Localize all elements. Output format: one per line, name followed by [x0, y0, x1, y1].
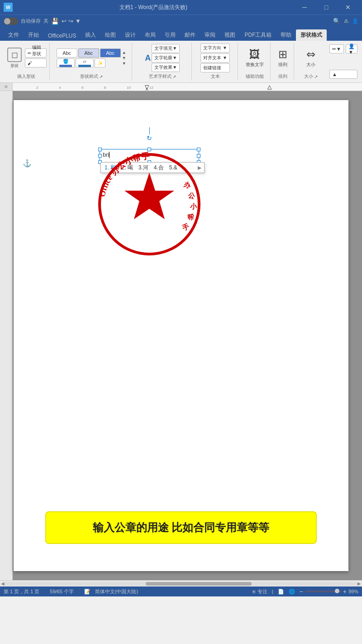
vertical-ruler	[0, 91, 13, 580]
swatch-1[interactable]: Abc	[57, 48, 77, 58]
text-effect-btn[interactable]: 文字效果▼	[152, 63, 180, 72]
tab-design[interactable]: 设计	[120, 29, 140, 41]
outline-color-bar	[78, 65, 91, 67]
shape-outline-icon: ▱	[83, 59, 86, 64]
stamp: Office 办公小帮手 办 公 小 帮 手	[95, 150, 204, 259]
svg-text:小: 小	[190, 203, 197, 210]
text-align-btn[interactable]: 对齐文本 ▼	[200, 53, 230, 62]
view-web-btn[interactable]: 🌐	[289, 589, 295, 595]
fill-button[interactable]: 🖌	[25, 58, 47, 67]
shape-outline-btn[interactable]: ▱	[76, 58, 94, 67]
swatch-expand-button[interactable]: ▼	[122, 61, 126, 66]
text-outline-btn[interactable]: 文字轮廓▼	[152, 53, 180, 62]
alt-text-icon: 🖼	[249, 48, 260, 61]
undo-redo-group: ↩ ↪ ▼	[62, 18, 81, 24]
tab-view[interactable]: 视图	[220, 29, 240, 41]
title-bar-center: 文档1 - Word(产品激活失败)	[13, 4, 294, 11]
zoom-slider[interactable]	[305, 591, 341, 592]
ruler-right-indent[interactable]: △	[267, 84, 272, 90]
tab-mailings[interactable]: 邮件	[180, 29, 200, 41]
edit-shape-button[interactable]: ✏编辑形状 ▼	[25, 48, 47, 58]
close-button[interactable]: ✕	[338, 0, 358, 14]
tab-layout[interactable]: 布局	[140, 29, 160, 41]
shape-insert-button[interactable]: ◻ 形状	[5, 47, 24, 70]
redo-button[interactable]: ↪	[68, 18, 73, 24]
swatch-down-button[interactable]: ▼	[122, 56, 126, 60]
ribbon-tabs: 文件 开始 OfficePLUS 插入 绘图 设计 布局 引用 邮件 审阅 视图…	[0, 27, 362, 41]
minimize-button[interactable]: ─	[294, 0, 315, 14]
tab-file[interactable]: 文件	[4, 29, 24, 41]
h-scroll-track[interactable]	[5, 582, 357, 586]
tab-help[interactable]: 帮助	[276, 29, 296, 41]
tab-officeplus[interactable]: OfficePLUS	[43, 31, 81, 41]
ribbon-user-btn[interactable]: 👤▼	[346, 44, 357, 53]
stamp-container[interactable]: ↻ bri 1. 和	[95, 136, 204, 259]
rotate-handle[interactable]: ↻	[147, 127, 152, 142]
page[interactable]: ⚓ ↻ bri	[14, 100, 348, 571]
group-art-style-label: 艺术字样式 ↗	[149, 73, 176, 80]
alt-text-button[interactable]: 🖼 替换文字	[243, 47, 267, 69]
create-link-btn[interactable]: 创建链接	[200, 63, 230, 72]
tab-shape-format[interactable]: 形状格式	[296, 29, 327, 41]
doc-title: 文档1 - Word(产品激活失败)	[119, 4, 187, 10]
account-icon[interactable]: 👤	[352, 18, 358, 24]
text-fill-btn[interactable]: 文字填充▼	[152, 44, 180, 53]
ruler-mark-4: 4	[59, 86, 61, 90]
group-insert-shape-items: ◻ 形状 ✏编辑形状 ▼ 🖌	[5, 43, 47, 72]
view-print-btn[interactable]: 📄	[278, 589, 284, 595]
ribbon-pen-btn[interactable]: ✏▼	[329, 44, 344, 53]
tab-home[interactable]: 开始	[24, 29, 43, 41]
page-info: 第 1 页，共 1 页	[4, 588, 39, 595]
group-size: ⇔ 大小 大小 ↗	[295, 43, 327, 81]
zoom-level[interactable]: 99%	[348, 589, 358, 594]
tab-draw[interactable]: 绘图	[100, 29, 120, 41]
scroll-left-btn[interactable]: ◀	[1, 581, 5, 586]
ruler-corner[interactable]: ⊞	[5, 85, 8, 89]
shape-fill-btn[interactable]: 🪣	[57, 58, 75, 67]
swatch-3[interactable]: Abc	[100, 48, 121, 58]
h-scroll-thumb[interactable]	[146, 582, 252, 586]
ribbon-collapse-btn[interactable]: ▲	[329, 70, 357, 79]
swatch-up-button[interactable]: ▲	[122, 50, 126, 55]
group-shape-style: Abc Abc Abc 🪣 ▱ ✨	[51, 43, 132, 81]
size-button[interactable]: ⇔ 大小	[304, 47, 318, 69]
art-style-expand-icon[interactable]: ↗	[172, 74, 176, 79]
arrange-button[interactable]: ⊞ 排列	[276, 47, 290, 69]
shape-style-label-text: 形状样式	[80, 73, 98, 80]
shape-style-expand-icon[interactable]: ↗	[99, 74, 103, 79]
shape-effect-btn[interactable]: ✨	[95, 58, 105, 67]
arrange-label: 排列	[278, 62, 287, 68]
svg-text:帮: 帮	[187, 213, 195, 221]
tab-insert[interactable]: 插入	[81, 29, 100, 41]
swatch-2[interactable]: Abc	[78, 48, 99, 58]
ruler-content: ▽ △ △ 2 4 6 8 10 12	[14, 83, 362, 91]
tab-pdf[interactable]: PDF工具箱	[240, 29, 276, 41]
focus-btn[interactable]: ⊕ 专注	[252, 588, 267, 595]
save-button[interactable]: 💾	[51, 18, 59, 25]
size-label-text: 大小	[304, 73, 313, 80]
more-quick-access[interactable]: ▼	[75, 18, 81, 24]
autosave-label: 自动保存	[21, 18, 41, 24]
zoom-in-btn[interactable]: +	[343, 588, 347, 595]
tab-references[interactable]: 引用	[160, 29, 180, 41]
group-text: 文字方向 ▼ 对齐文本 ▼ 创建链接 文本	[193, 43, 238, 81]
text-group-label-text: 文本	[211, 73, 220, 80]
language: 简体中文(中国大陆)	[95, 588, 138, 595]
tab-review[interactable]: 审阅	[200, 29, 220, 41]
undo-button[interactable]: ↩	[62, 18, 67, 24]
autosave-toggle[interactable]	[4, 18, 18, 25]
size-expand-icon[interactable]: ↗	[314, 74, 318, 79]
zoom-out-btn[interactable]: −	[300, 588, 303, 595]
ruler-mark-12: 12	[149, 86, 153, 90]
group-art-style-items: A 文字填充▼ 文字轮廓▼ 文字效果▼	[145, 43, 180, 72]
ribbon-content: ◻ 形状 ✏编辑形状 ▼ 🖌 插入形状 Abc Abc Abc	[0, 41, 362, 83]
shape-effect-icon: ✨	[97, 61, 103, 66]
ruler-left-indent2[interactable]: △	[145, 87, 149, 91]
search-icon[interactable]: 🔍	[333, 18, 340, 24]
text-direction-btn[interactable]: 文字方向 ▼	[200, 43, 230, 53]
doc-area: ⚓ ↻ bri	[0, 91, 362, 580]
group-accessibility-label: 辅助功能	[246, 73, 264, 80]
scroll-right-btn[interactable]: ▶	[357, 581, 361, 586]
maximize-button[interactable]: □	[316, 0, 337, 14]
h-scrollbar[interactable]: ◀ ▶	[0, 580, 362, 586]
